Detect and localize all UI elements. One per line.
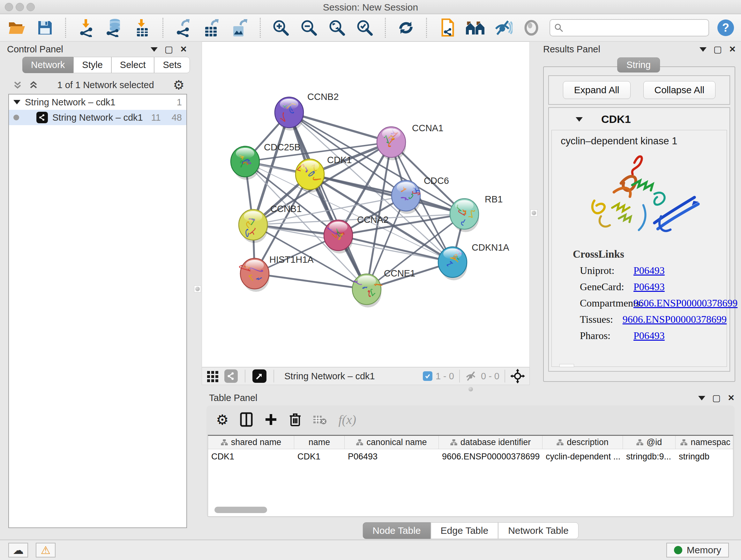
column-header-name[interactable]: name xyxy=(294,436,345,449)
window-title: Session: New Session xyxy=(0,2,741,13)
network-collection-row[interactable]: String Network – cdk1 1 xyxy=(9,95,186,110)
search-input[interactable] xyxy=(567,23,701,33)
network-node-ccna2[interactable]: CCNA2 xyxy=(324,214,388,253)
table-cell[interactable]: stringdb xyxy=(676,449,733,464)
column-header-shared-name[interactable]: shared name xyxy=(208,436,294,449)
expand-all-icon[interactable] xyxy=(29,80,38,90)
column-header-description[interactable]: description xyxy=(542,436,623,449)
selected-counts: 1 - 0 xyxy=(435,371,454,381)
network-node-ccnb1[interactable]: CCNB1 xyxy=(239,204,301,243)
home-button[interactable] xyxy=(465,18,485,38)
memory-button[interactable]: Memory xyxy=(666,543,729,557)
fit-content-button[interactable] xyxy=(327,18,347,38)
help-button[interactable]: ? xyxy=(718,19,734,36)
delete-column-trash-icon[interactable] xyxy=(289,412,301,427)
share-view-icon[interactable] xyxy=(224,369,238,383)
import-network-file-button[interactable] xyxy=(76,18,96,38)
column-header-namespac[interactable]: namespac xyxy=(676,436,733,449)
column-header-database-identifier[interactable]: database identifier xyxy=(439,436,542,449)
gene-collapse-icon[interactable] xyxy=(576,117,583,122)
network-node-rb1[interactable]: RB1 xyxy=(450,194,502,232)
crosshair-icon[interactable] xyxy=(510,369,525,383)
table-panel: Table Panel ▢ ✕ ⚙ xyxy=(203,387,738,542)
genecard-link[interactable]: P06493 xyxy=(633,281,665,293)
float-panel-icon[interactable]: ▢ xyxy=(165,44,173,55)
table-cell[interactable]: CDK1 xyxy=(294,449,345,464)
table-settings-gear-icon[interactable]: ⚙ xyxy=(216,412,228,428)
gear-icon[interactable]: ⚙ xyxy=(173,78,185,92)
show-all-button[interactable] xyxy=(522,18,541,38)
network-edge[interactable] xyxy=(255,273,367,289)
left-splitter-handle[interactable] xyxy=(194,286,201,293)
export-network-button[interactable] xyxy=(174,18,193,38)
close-panel-icon[interactable]: ✕ xyxy=(729,44,736,54)
refresh-button[interactable] xyxy=(396,18,416,38)
cloud-status-button[interactable]: ☁ xyxy=(8,543,28,557)
close-panel-icon[interactable]: ✕ xyxy=(728,393,735,403)
warnings-button[interactable]: ⚠ xyxy=(36,543,56,557)
compartments-link[interactable]: 9606.ENSP00000378699 xyxy=(633,297,738,309)
table-cell[interactable]: stringdb:9... xyxy=(623,449,676,464)
tab-network-table[interactable]: Network Table xyxy=(498,522,579,539)
table-tabs: Node Table Edge Table Network Table xyxy=(362,522,578,539)
zoom-out-button[interactable] xyxy=(299,18,319,38)
table-cell[interactable]: cyclin-dependent ... xyxy=(542,449,623,464)
network-graph[interactable]: CCNB2CCNA1CDC25BCDK1CDC6RB1CCNB1CCNA2CDK… xyxy=(202,42,529,367)
panel-menu-icon[interactable] xyxy=(151,47,158,52)
collection-collapse-icon[interactable] xyxy=(13,100,20,105)
float-panel-icon[interactable]: ▢ xyxy=(712,393,721,403)
collapse-all-button[interactable]: Collapse All xyxy=(643,81,716,99)
pharos-link[interactable]: P06493 xyxy=(633,330,665,341)
right-splitter-handle[interactable] xyxy=(530,209,537,216)
table-cell[interactable]: CDK1 xyxy=(208,449,294,464)
tab-sets[interactable]: Sets xyxy=(154,57,190,73)
panel-menu-icon[interactable] xyxy=(698,396,705,400)
tab-select[interactable]: Select xyxy=(111,57,154,73)
network-node-ccna1[interactable]: CCNA1 xyxy=(377,123,443,160)
import-table-file-button[interactable] xyxy=(132,18,152,38)
panel-menu-icon[interactable] xyxy=(699,47,706,52)
column-header-canonical-name[interactable]: canonical name xyxy=(345,436,439,449)
collapse-all-icon[interactable] xyxy=(13,80,22,90)
column-header--id[interactable]: @id xyxy=(623,436,676,449)
node-table[interactable]: shared namenamecanonical namedatabase id… xyxy=(208,435,733,516)
add-column-icon[interactable] xyxy=(264,413,278,426)
float-panel-icon[interactable]: ▢ xyxy=(714,44,722,55)
network-node-cdkn1a[interactable]: CDKN1A xyxy=(438,242,509,280)
network-node-cdc25b[interactable]: CDC25B xyxy=(231,142,300,180)
network-node-hist1h1a[interactable]: HIST1H1A xyxy=(239,254,314,292)
zoom-selected-button[interactable] xyxy=(355,18,375,38)
grid-view-icon[interactable] xyxy=(206,370,219,382)
network-node-ccne1[interactable]: CCNE1 xyxy=(352,268,415,307)
tab-edge-table[interactable]: Edge Table xyxy=(431,522,498,539)
birdseye-toggle-icon[interactable] xyxy=(253,369,266,383)
export-image-button[interactable] xyxy=(230,18,250,38)
network-node-cdk1[interactable]: CDK1 xyxy=(295,155,352,192)
zoom-in-button[interactable] xyxy=(271,18,291,38)
show-columns-icon[interactable] xyxy=(240,412,253,427)
table-row[interactable]: CDK1CDK1P064939606.ENSP00000378699cyclin… xyxy=(208,449,733,464)
save-session-button[interactable] xyxy=(35,18,55,38)
tab-style[interactable]: Style xyxy=(73,57,111,73)
selected-checkbox-icon[interactable] xyxy=(423,371,432,381)
string-import-button[interactable] xyxy=(437,18,457,38)
tab-string[interactable]: String xyxy=(617,57,660,72)
scroll-notch[interactable] xyxy=(559,364,574,367)
export-table-button[interactable] xyxy=(202,18,221,38)
tissues-link[interactable]: 9606.ENSP00000378699 xyxy=(623,314,727,325)
network-edge[interactable] xyxy=(338,235,453,262)
close-panel-icon[interactable]: ✕ xyxy=(180,44,187,54)
table-cell[interactable]: P06493 xyxy=(345,449,439,464)
uniprot-link[interactable]: P06493 xyxy=(633,265,665,276)
tab-node-table[interactable]: Node Table xyxy=(362,522,430,539)
network-edge[interactable] xyxy=(289,112,391,142)
open-session-button[interactable] xyxy=(7,18,27,38)
expand-all-button[interactable]: Expand All xyxy=(563,81,630,99)
network-row-selected[interactable]: String Network – cdk1 11 48 xyxy=(9,110,186,125)
import-network-database-button[interactable] xyxy=(105,18,124,38)
table-cell[interactable]: 9606.ENSP00000378699 xyxy=(439,449,542,464)
horizontal-scrollbar-thumb[interactable] xyxy=(214,507,267,513)
tab-network[interactable]: Network xyxy=(22,57,73,73)
network-canvas[interactable]: CCNB2CCNA1CDC25BCDK1CDC6RB1CCNB1CCNA2CDK… xyxy=(202,42,530,367)
hide-selected-button[interactable] xyxy=(493,18,513,38)
